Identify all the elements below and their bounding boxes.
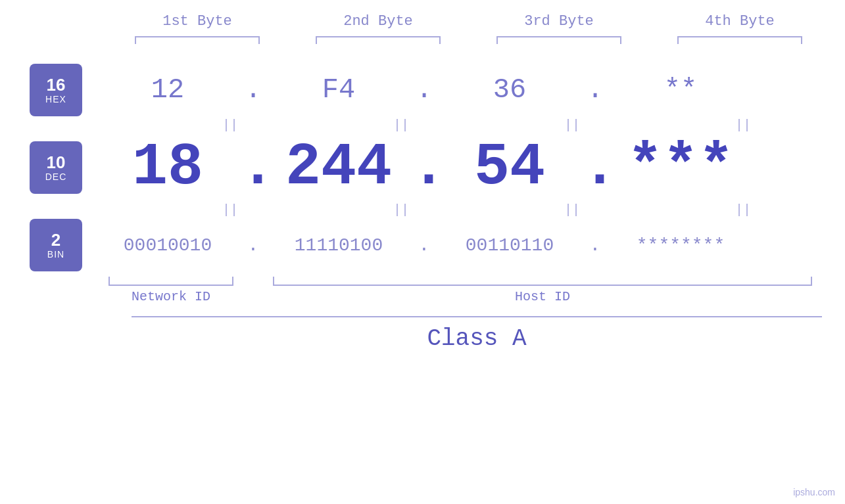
hex-byte1: 12: [95, 74, 240, 106]
dec-byte3: 54: [437, 134, 582, 201]
bin-byte2: 11110100: [266, 235, 411, 256]
eq1-b1: ||: [158, 118, 302, 133]
bottom-brackets-row: [0, 277, 845, 286]
bin-dot3: .: [582, 235, 608, 256]
hex-badge-label: HEX: [45, 94, 66, 104]
equals-row-1: || || || ||: [0, 118, 845, 133]
dec-byte1: 18: [95, 134, 240, 201]
hex-dot2: .: [411, 74, 437, 106]
bin-badge: 2 BIN: [30, 219, 82, 271]
hex-row: 16 HEX 12 . F4 . 36 . **: [0, 64, 845, 116]
hex-values: 12 . F4 . 36 . **: [95, 74, 845, 106]
bin-badge-number: 2: [51, 231, 60, 250]
eq2-b4: ||: [671, 202, 815, 218]
hex-byte3: 36: [437, 74, 582, 106]
main-container: 1st Byte 2nd Byte 3rd Byte 4th Byte 16 H…: [0, 0, 845, 504]
dec-byte4: ***: [608, 134, 753, 201]
top-bracket-1: [135, 36, 260, 44]
hex-byte2: F4: [266, 74, 411, 106]
bin-values: 00010010 . 11110100 . 00110110 . *******…: [95, 235, 845, 256]
dec-dot3: .: [582, 134, 608, 201]
byte-headers: 1st Byte 2nd Byte 3rd Byte 4th Byte: [107, 13, 831, 30]
class-label: Class A: [132, 325, 822, 352]
byte2-header: 2nd Byte: [306, 13, 450, 30]
eq2-b2: ||: [329, 202, 473, 218]
dec-row: 10 DEC 18 . 244 . 54 . ***: [0, 134, 845, 201]
byte1-header: 1st Byte: [125, 13, 270, 30]
dec-badge-number: 10: [47, 153, 66, 172]
eq1-b3: ||: [500, 118, 644, 133]
host-bracket: [273, 277, 812, 286]
bin-byte3: 00110110: [437, 235, 582, 256]
network-bracket: [109, 277, 233, 286]
eq1-b2: ||: [329, 118, 473, 133]
bin-byte1: 00010010: [95, 235, 240, 256]
bin-dot2: .: [411, 235, 437, 256]
eq1-b4: ||: [671, 118, 815, 133]
hex-badge-number: 16: [47, 76, 66, 95]
dec-dot2: .: [411, 134, 437, 201]
dec-badge: 10 DEC: [30, 141, 82, 194]
watermark: ipshu.com: [793, 487, 835, 497]
dec-byte2: 244: [266, 134, 411, 201]
top-bracket-4: [677, 36, 802, 44]
top-brackets: [107, 36, 831, 44]
dec-dot1: .: [240, 134, 266, 201]
hex-dot1: .: [240, 74, 266, 106]
bin-row: 2 BIN 00010010 . 11110100 . 00110110 . *…: [0, 219, 845, 271]
equals-row-2: || || || ||: [0, 202, 845, 218]
id-labels-row: Network ID Host ID: [0, 289, 845, 304]
dec-badge-label: DEC: [45, 172, 67, 182]
byte4-header: 4th Byte: [667, 13, 812, 30]
bin-dot1: .: [240, 235, 266, 256]
dec-values: 18 . 244 . 54 . ***: [95, 134, 845, 201]
hex-dot3: .: [582, 74, 608, 106]
host-id-label: Host ID: [273, 289, 812, 304]
network-id-label: Network ID: [109, 289, 233, 304]
class-divider: [132, 316, 822, 317]
bin-byte4: ********: [608, 235, 753, 256]
hex-badge: 16 HEX: [30, 64, 82, 116]
eq2-b3: ||: [500, 202, 644, 218]
hex-byte4: **: [608, 74, 753, 106]
eq2-b1: ||: [158, 202, 302, 218]
byte3-header: 3rd Byte: [487, 13, 631, 30]
top-bracket-3: [496, 36, 621, 44]
bin-badge-label: BIN: [47, 249, 64, 260]
top-bracket-2: [316, 36, 441, 44]
